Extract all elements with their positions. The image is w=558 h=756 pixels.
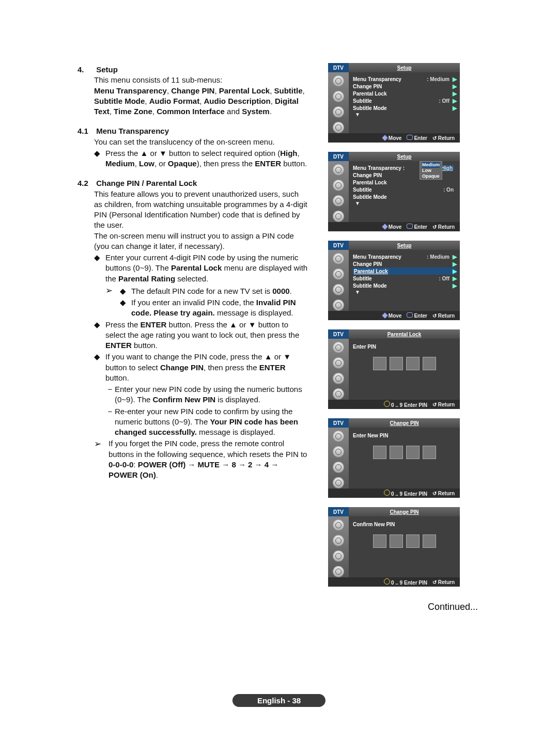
- b: 0000: [272, 287, 289, 295]
- b: POWER (Off): [138, 460, 185, 469]
- b: Parental Lock: [171, 263, 222, 272]
- pin-digit: [373, 534, 386, 548]
- more-down-icon: ▼: [353, 289, 457, 295]
- osd-icon: [333, 373, 344, 384]
- pin-digit: [423, 357, 436, 370]
- osd-column: DTVSetup Menu Transparency: Medium▶ Chan…: [328, 63, 473, 596]
- dd-low: Low: [422, 168, 440, 174]
- h: Enter PIN: [404, 580, 427, 586]
- osd-title: Setup: [349, 241, 460, 250]
- pin-boxes: [353, 357, 456, 370]
- sec4-intro: This menu consists of 11 sub-menus:: [94, 75, 222, 84]
- val: : Off: [439, 98, 450, 104]
- h: Return: [438, 491, 455, 496]
- sec4-num: 4.: [78, 65, 94, 75]
- osd-icon: [333, 342, 344, 353]
- osd-icon-col: [328, 72, 349, 133]
- prompt: Enter New PIN: [353, 433, 456, 438]
- enter-icon: [407, 224, 413, 229]
- osd-icon: [333, 519, 344, 531]
- b: ENTER: [141, 320, 167, 329]
- chevron-right-icon: ▶: [453, 105, 457, 112]
- s42-title: Change PIN / Parental Lock: [96, 179, 197, 187]
- more-down-icon: ▼: [353, 112, 457, 117]
- t: button.: [132, 341, 158, 350]
- row-cp: Change PIN: [353, 261, 382, 267]
- osd-icon: [333, 253, 344, 264]
- pin-digit: [390, 357, 403, 370]
- b: Low: [139, 159, 154, 168]
- diamond-icon: ◆: [94, 352, 105, 437]
- m2: Change PIN: [171, 86, 214, 95]
- transparency-dropdown: Medium Low Opaque: [420, 161, 442, 180]
- osd-enter-pin: DTVParental Lock Enter PIN 0 .. 9 Enter …: [328, 329, 460, 409]
- digits-icon: [384, 490, 390, 496]
- m7: Audio Description: [204, 97, 271, 105]
- h: 0 .. 9: [391, 491, 402, 497]
- b: ENTER: [105, 341, 132, 350]
- val: : Medium: [427, 76, 450, 82]
- osd-title: Parental Lock: [349, 329, 460, 339]
- osd-icon: [333, 195, 344, 207]
- row-sub: Subtitle: [353, 98, 372, 104]
- pin-digit: [406, 534, 420, 548]
- enter-icon: [407, 312, 413, 318]
- h: 0 .. 9: [391, 402, 402, 408]
- t: If you forget the PIN code, press the re…: [109, 439, 307, 458]
- chevron-right-icon: ▶: [453, 282, 457, 289]
- t: button.: [281, 159, 307, 168]
- osd-icon: [333, 106, 344, 118]
- m11: System: [242, 107, 269, 116]
- h: Move: [389, 224, 402, 230]
- osd-icon: [333, 122, 344, 133]
- digits-icon: [384, 401, 390, 407]
- osd-icon: [333, 388, 344, 400]
- osd-icon: [333, 164, 344, 176]
- m10: Common Interface: [157, 107, 225, 116]
- row-sm: Subtitle Mode: [353, 194, 387, 200]
- s42-b2: Press the ENTER button. Press the ▲ or ▼…: [105, 320, 309, 351]
- osd-helpbar: MoveEnter↺ Return: [328, 133, 460, 143]
- diamond-icon: ◆: [120, 297, 131, 319]
- osd-title: Setup: [349, 152, 460, 161]
- osd-icon: [333, 446, 344, 458]
- osd-icon: [333, 535, 344, 546]
- chevron-right-icon: ▶: [453, 254, 457, 260]
- chevron-right-icon: ▶: [453, 83, 457, 90]
- ar: →: [185, 460, 197, 469]
- continued-label: Continued...: [428, 602, 478, 612]
- osd-icon: [333, 284, 344, 295]
- dash-icon: −: [105, 406, 115, 438]
- b: ENTER: [259, 363, 286, 372]
- dtv-tab: DTV: [328, 418, 349, 428]
- m4: Subtitle: [274, 86, 302, 95]
- move-icon: [382, 312, 388, 318]
- t: , then press the: [204, 363, 259, 372]
- h: Move: [389, 135, 402, 141]
- t: selected.: [175, 274, 208, 283]
- osd-confirm-pin: DTVChange PIN Confirm New PIN 0 .. 9 Ent…: [328, 507, 460, 587]
- pin-digit: [390, 446, 403, 459]
- osd-setup-pl-hl: DTVSetup Menu Transparency: Medium▶ Chan…: [328, 241, 460, 320]
- t: :: [133, 460, 137, 469]
- pointer-icon: ➢: [94, 438, 109, 480]
- osd-enter-new-pin: DTVChange PIN Enter New PIN 0 .. 9 Enter…: [328, 418, 460, 498]
- m5: Subtitle Mode: [94, 97, 145, 105]
- pin-digit: [390, 534, 403, 548]
- h: Enter PIN: [404, 491, 427, 497]
- osd-icon: [333, 477, 344, 489]
- pin-digit: [406, 357, 420, 370]
- s42-b3: If you want to change the PIN code, pres…: [105, 352, 309, 437]
- row-cp: Change PIN: [353, 172, 382, 178]
- val: : On: [443, 187, 454, 193]
- diamond-icon: ◆: [94, 320, 105, 351]
- b: POWER (On): [109, 470, 156, 479]
- dtv-tab: DTV: [328, 329, 349, 339]
- chevron-right-icon: ▶: [453, 275, 457, 281]
- row-sub: Subtitle: [353, 187, 372, 193]
- chevron-right-icon: ▶: [453, 98, 457, 104]
- t: If you enter an invalid PIN code, the: [131, 298, 256, 307]
- b: Opaque: [168, 159, 197, 168]
- row-mt: Menu Transparency: [353, 254, 401, 260]
- sec4-title: Setup: [96, 65, 118, 74]
